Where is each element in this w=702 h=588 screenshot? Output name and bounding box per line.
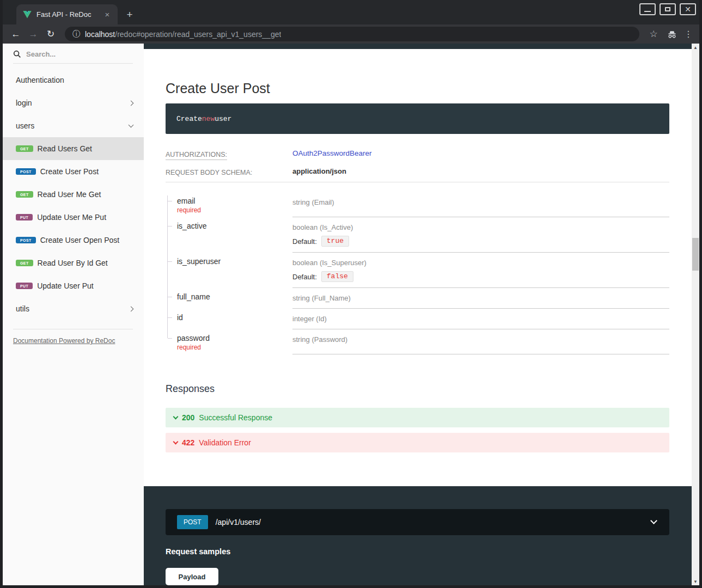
tab-close-icon[interactable]: ×: [102, 10, 112, 19]
request-body-schema-row: REQUEST BODY SCHEMA: application/json: [166, 167, 669, 182]
close-icon: ✕: [685, 5, 691, 13]
minimize-icon: [644, 11, 651, 12]
sidebar-item-update-user-put[interactable]: PUT Update User Put: [3, 274, 144, 297]
response-label: Successful Response: [199, 413, 272, 422]
field-name: is_superuser: [177, 257, 288, 266]
browser-toolbar: ← → ↻ ⓘ localhost/redoc#operation/read_u…: [3, 24, 699, 44]
sidebar-item-read-user-by-id-get[interactable]: GET Read User By Id Get: [3, 252, 144, 274]
field-type: boolean (Is_Superuser): [292, 259, 367, 267]
main-content: Create User Post Create new user AUTHORI…: [144, 44, 692, 585]
default-label: Default:: [292, 237, 317, 246]
sidebar-item-label: Create User Open Post: [40, 236, 133, 244]
request-sample-panel: POST /api/v1/users/ Request samples Payl…: [144, 486, 692, 585]
method-badge-get: GET: [16, 145, 33, 152]
oauth2-link[interactable]: OAuth2PasswordBearer: [292, 149, 372, 157]
sidebar-item-read-users-get[interactable]: GET Read Users Get: [3, 137, 144, 160]
url-host: localhost: [85, 30, 115, 39]
sidebar-item-label: login: [16, 99, 129, 107]
new-tab-button[interactable]: +: [122, 7, 137, 22]
field-name: email: [177, 197, 288, 205]
sidebar-item-authentication[interactable]: Authentication: [3, 69, 144, 91]
response-422[interactable]: 422 Validation Error: [166, 433, 669, 452]
chevron-down-icon: [173, 439, 179, 444]
sidebar-item-utils[interactable]: utils: [3, 297, 144, 320]
request-body-schema-value: application/json: [292, 167, 346, 175]
tab-title: Fast API - ReDoc: [36, 10, 102, 19]
field-name: full_name: [177, 292, 288, 301]
address-bar[interactable]: ⓘ localhost/redoc#operation/read_users_a…: [65, 27, 639, 41]
sidebar-item-read-user-me-get[interactable]: GET Read User Me Get: [3, 183, 144, 206]
request-samples-heading: Request samples: [166, 547, 669, 556]
default-label: Default:: [292, 273, 317, 281]
back-button[interactable]: ←: [8, 27, 23, 42]
scrollbar-up-icon[interactable]: ▲: [692, 44, 699, 51]
forward-button[interactable]: →: [26, 27, 41, 42]
sidebar-item-label: Read User By Id Get: [38, 259, 133, 267]
tab-strip: Fast API - ReDoc × + ✕: [3, 0, 699, 24]
endpoint-method-badge: POST: [177, 515, 208, 529]
redoc-footer-link[interactable]: Documentation Powered by ReDoc: [13, 337, 115, 345]
minimize-button[interactable]: [639, 3, 656, 15]
previous-section-panel-edge: [144, 44, 692, 49]
schema-row-is-active: is_active boolean (Is_Active) Default: t…: [166, 217, 669, 253]
field-type: boolean (Is_Active): [292, 223, 353, 231]
page: Authentication login users GET Read User…: [3, 44, 699, 585]
schema-row-full-name: full_name string (Full_Name): [166, 288, 669, 309]
browser-tab[interactable]: Fast API - ReDoc ×: [16, 4, 118, 24]
responses-heading: Responses: [166, 383, 669, 395]
sidebar-item-label: Update User Me Put: [37, 213, 133, 222]
sidebar-footer: Documentation Powered by ReDoc: [13, 337, 144, 345]
browser-window: Fast API - ReDoc × + ✕ ← → ↻ ⓘ localhost…: [0, 0, 702, 588]
response-code: 200: [182, 413, 194, 422]
default-value-chip: false: [321, 271, 353, 282]
url-path: /redoc#operation/read_users_api_v1_users…: [115, 30, 281, 39]
method-badge-put: PUT: [16, 214, 33, 220]
scrollbar-thumb[interactable]: [692, 238, 699, 271]
maximize-icon: [665, 7, 670, 11]
description-code-block: Create new user: [166, 103, 669, 134]
payload-tab[interactable]: Payload: [166, 568, 218, 585]
chevron-down-icon: [129, 122, 134, 128]
authorizations-row: AUTHORIZATIONS: OAuth2PasswordBearer: [166, 149, 669, 160]
schema-row-email: email required string (Email): [166, 192, 669, 217]
endpoint-bar[interactable]: POST /api/v1/users/: [166, 509, 669, 535]
search-icon: [13, 50, 21, 58]
sidebar-item-create-user-open-post[interactable]: POST Create User Open Post: [3, 229, 144, 252]
field-type: string (Full_Name): [292, 294, 351, 302]
site-info-icon[interactable]: ⓘ: [72, 29, 80, 39]
sidebar-item-update-user-me-put[interactable]: PUT Update User Me Put: [3, 206, 144, 229]
method-badge-put: PUT: [16, 283, 33, 289]
response-200[interactable]: 200 Successful Response: [166, 408, 669, 427]
code-text: Create: [176, 115, 202, 123]
request-body-schema-label: REQUEST BODY SCHEMA:: [166, 169, 252, 177]
page-title: Create User Post: [166, 80, 669, 96]
search-input[interactable]: [26, 50, 119, 58]
sidebar: Authentication login users GET Read User…: [3, 44, 144, 585]
field-name: password: [177, 334, 288, 342]
schema-row-password: password required string (Password): [166, 329, 669, 354]
sidebar-item-login[interactable]: login: [3, 91, 144, 114]
sidebar-item-label: users: [16, 121, 129, 130]
operation-section: Create User Post Create new user AUTHORI…: [144, 49, 692, 486]
method-badge-get: GET: [16, 260, 33, 266]
maximize-button[interactable]: [660, 3, 676, 15]
field-default-row: Default: false: [292, 271, 669, 282]
close-button[interactable]: ✕: [680, 3, 696, 15]
url-text: localhost/redoc#operation/read_users_api…: [85, 30, 281, 39]
authorizations-label: AUTHORIZATIONS:: [166, 151, 227, 160]
field-name: is_active: [177, 222, 288, 230]
scrollbar[interactable]: ▲ ▼: [692, 44, 699, 585]
sidebar-divider: [13, 329, 133, 329]
schema-row-is-superuser: is_superuser boolean (Is_Superuser) Defa…: [166, 253, 669, 288]
sidebar-item-users[interactable]: users: [3, 114, 144, 137]
sidebar-item-create-user-post[interactable]: POST Create User Post: [3, 160, 144, 183]
scrollbar-down-icon[interactable]: ▼: [692, 578, 699, 585]
chevron-down-icon: [650, 517, 657, 524]
bookmark-star-icon[interactable]: ☆: [646, 27, 661, 42]
chevron-right-icon: [129, 306, 134, 311]
schema-row-id: id integer (Id): [166, 309, 669, 329]
reload-button[interactable]: ↻: [43, 27, 58, 42]
sidebar-item-label: Update User Put: [37, 281, 133, 290]
browser-menu-icon[interactable]: ⋮: [683, 27, 694, 42]
sidebar-item-label: Authentication: [16, 76, 133, 84]
